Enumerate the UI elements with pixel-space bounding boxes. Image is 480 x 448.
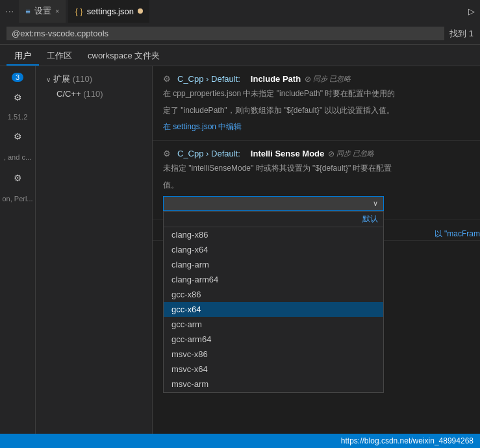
gear-icon-setting1[interactable]: ⚙ [163, 74, 171, 84]
chevron-down-icon: ∨ [46, 76, 51, 83]
setting2-desc2: 值。 [163, 179, 470, 191]
dropdown-option[interactable]: msvc-arm64 [164, 392, 383, 393]
title-bar: ··· ≡ 设置 × { } settings.json ▷ [0, 0, 480, 23]
dropdown-menu: 默认 clang-x86clang-x64clang-armclang-arm6… [163, 211, 384, 393]
tab-settings-json-label: settings.json [87, 6, 134, 16]
setting-include-path-title: ⚙ C_Cpp › Default: Include Path ⊘ 同步 已忽略 [163, 74, 470, 84]
search-bar: 找到 1 [0, 23, 480, 45]
version-text: 1.51.2 [8, 113, 28, 121]
run-icon: ▷ [468, 6, 475, 16]
setting2-namespace: C_Cpp › Default: [177, 149, 240, 158]
search-input[interactable] [6, 27, 444, 40]
setting2-title: ⚙ C_Cpp › Default: Intelli Sense Mode ⊘ … [163, 149, 470, 158]
left-text-above: , and c... [3, 152, 32, 162]
main-layout: 3 ⚙ 1.51.2 ⚙ , and c... ⚙ on, Perl... ∨ … [0, 66, 480, 447]
setting2-boldname: Intelli Sense Mode [251, 149, 324, 158]
dropdown-option[interactable]: msvc-arm [164, 377, 383, 392]
setting-intelli-sense: ⚙ C_Cpp › Default: Intelli Sense Mode ⊘ … [153, 141, 480, 219]
setting1-namespace: C_Cpp › Default: [177, 74, 240, 84]
dropdown-options-list: clang-x86clang-x64clang-armclang-arm64gc… [164, 227, 383, 393]
json-file-icon: { } [75, 6, 82, 16]
tab-workspace[interactable]: 工作区 [39, 47, 80, 66]
left-text-below: on, Perl... [1, 193, 34, 204]
run-button[interactable]: ▷ [468, 6, 475, 16]
sync-text-2: 同步 已忽略 [336, 149, 374, 158]
sync-icon-1: ⊘ [305, 75, 311, 84]
gear-icon-2[interactable]: ⚙ [11, 129, 25, 144]
sync-text-1: 同步 已忽略 [313, 74, 351, 84]
tree-cpp[interactable]: C/C++ (110) [36, 87, 152, 101]
dropdown-option[interactable]: msvc-x86 [164, 347, 383, 362]
dropdown-option[interactable]: gcc-arm [164, 317, 383, 332]
tree-sidebar: ∨ 扩展 (110) C/C++ (110) [36, 66, 153, 447]
dropdown-option[interactable]: clang-x86 [164, 227, 383, 242]
setting1-desc1: 在 cpp_properties.json 中未指定 "includePath"… [163, 88, 470, 99]
dropdown-header: 默认 [164, 212, 383, 227]
dropdown-option[interactable]: clang-arm [164, 257, 383, 272]
setting1-boldname: Include Path [251, 74, 301, 84]
unsaved-dot [138, 8, 143, 14]
dropdown-default-label: 默认 [362, 214, 378, 225]
tab-settings-label: 设置 [34, 5, 51, 17]
dropdown-container: ∨ 默认 clang-x86clang-x64clang-armclang-ar… [163, 196, 470, 211]
tab-close-settings[interactable]: × [55, 7, 59, 15]
dropdown-select[interactable]: ∨ [163, 196, 384, 211]
tab-settings[interactable]: ≡ 设置 × [19, 0, 66, 23]
settings-file-icon: ≡ [25, 6, 31, 16]
setting3-right-text: 以 "macFram [435, 229, 480, 240]
sync-badge-2: ⊘ 同步 已忽略 [328, 149, 374, 158]
settings-tabs-row: 用户 工作区 cworkspace 文件夹 [0, 45, 480, 66]
setting-include-path: ⚙ C_Cpp › Default: Include Path ⊘ 同步 已忽略… [153, 66, 480, 141]
gear-icon-1[interactable]: ⚙ [11, 90, 25, 105]
setting1-edit-link[interactable]: 在 settings.json 中编辑 [163, 122, 242, 131]
tree-cpp-label: C/C++ (110) [57, 89, 103, 99]
dropdown-chevron-icon: ∨ [373, 199, 378, 208]
dropdown-option[interactable]: clang-x64 [164, 242, 383, 257]
notification-badge: 3 [12, 73, 23, 82]
dropdown-option[interactable]: gcc-x64 [164, 302, 383, 317]
setting2-desc: 未指定 "intelliSenseMode" 时或将其设置为 "${defaul… [163, 162, 470, 174]
sync-badge-1: ⊘ 同步 已忽略 [305, 74, 351, 84]
dropdown-option[interactable]: gcc-x86 [164, 287, 383, 302]
search-result-text: 找到 1 [449, 28, 474, 40]
status-bar: https://blog.csdn.net/weixin_48994268 [0, 434, 480, 448]
tab-settings-json[interactable]: { } settings.json [68, 0, 149, 23]
gear-icon-3[interactable]: ⚙ [11, 170, 25, 186]
setting1-desc2: 定了 "includePath"，则向数组添加 "${default}" 以以此… [163, 105, 470, 116]
left-column: 3 ⚙ 1.51.2 ⚙ , and c... ⚙ on, Perl... [0, 66, 36, 447]
tree-extensions-label: 扩展 (110) [53, 73, 92, 85]
tree-extensions[interactable]: ∨ 扩展 (110) [36, 71, 152, 87]
sync-icon-2: ⊘ [328, 149, 335, 158]
dots-icon: ··· [5, 6, 14, 18]
dropdown-option[interactable]: msvc-x64 [164, 362, 383, 377]
dropdown-option[interactable]: gcc-arm64 [164, 332, 383, 347]
tab-user[interactable]: 用户 [6, 47, 39, 66]
content-area: ⚙ C_Cpp › Default: Include Path ⊘ 同步 已忽略… [153, 66, 480, 447]
status-url: https://blog.csdn.net/weixin_48994268 [341, 436, 474, 445]
tab-cworkspace[interactable]: cworkspace 文件夹 [80, 47, 168, 66]
dropdown-option[interactable]: clang-arm64 [164, 272, 383, 287]
gear-icon-setting2[interactable]: ⚙ [163, 149, 171, 158]
